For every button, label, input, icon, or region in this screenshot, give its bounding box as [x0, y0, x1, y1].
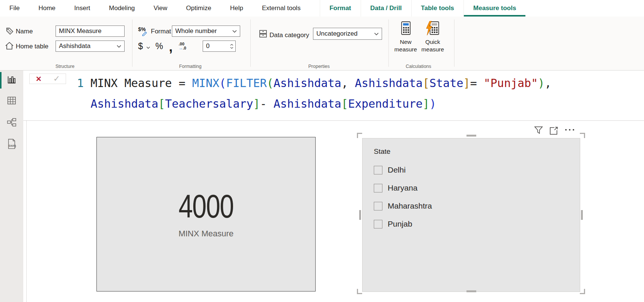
formula-actions: ✕ ✓ [29, 74, 66, 84]
menu-item-home[interactable]: Home [29, 0, 65, 17]
card-visual[interactable]: 4000 MINX Measure [96, 137, 316, 291]
resize-handle-top-center[interactable] [466, 135, 476, 137]
formula-bar: ✕ ✓ 1 MINX Measure = MINX(FILTER(Ashishd… [23, 71, 644, 121]
menu-bar: FileHomeInsertModelingViewOptimizeHelpEx… [0, 0, 644, 17]
code-token: - [260, 97, 274, 110]
group-label-properties: Properties [289, 64, 349, 69]
tab-table-tools[interactable]: Table tools [411, 0, 463, 17]
group-separator [250, 20, 251, 67]
dax-editor[interactable]: 1 MINX Measure = MINX(FILTER(Ashishdata,… [77, 73, 551, 114]
dot [569, 129, 570, 131]
code-token: Ashishdata [274, 97, 342, 110]
menu-item-external-tools[interactable]: External tools [253, 0, 310, 17]
slicer-visual[interactable]: State DelhiHaryanaMaharashtraPunjab [362, 138, 580, 292]
format-value: Whole number [175, 27, 217, 35]
spinner-up-icon[interactable] [230, 44, 233, 46]
slicer-header: State [374, 147, 580, 156]
code-token: ] [253, 97, 260, 110]
slicer-item-delhi[interactable]: Delhi [374, 161, 580, 179]
currency-format-button[interactable]: $ [138, 41, 143, 51]
resize-handle-top-left[interactable] [357, 133, 362, 138]
chevron-down-icon [374, 33, 379, 35]
data-view-icon [6, 95, 17, 106]
sidebar-item-dax-query-view[interactable]: DAX [6, 138, 18, 150]
resize-handle-middle-left[interactable] [359, 210, 361, 220]
cancel-formula-button[interactable]: ✕ [30, 74, 48, 84]
spinner-down-icon[interactable] [230, 47, 233, 49]
group-separator [454, 20, 454, 67]
code-token [77, 97, 90, 110]
ribbon: Name Home table Ashishdata Structure $% … [0, 17, 644, 71]
format-select[interactable]: Whole number [172, 26, 240, 37]
group-separator [132, 20, 132, 67]
menu-item-modeling[interactable]: Modeling [99, 0, 144, 17]
resize-handle-bottom-center[interactable] [466, 290, 476, 292]
pencil-icon [142, 30, 148, 36]
checkbox-punjab[interactable] [374, 220, 382, 228]
data-category-select[interactable]: Uncategorized [313, 28, 382, 40]
sidebar-item-data-view[interactable] [6, 95, 18, 107]
tab-measure-tools[interactable]: Measure tools [463, 0, 525, 17]
menu-item-insert[interactable]: Insert [65, 0, 100, 17]
slicer-item-haryana[interactable]: Haryana [374, 179, 580, 197]
quick-measure-button[interactable]: Quick measure [420, 21, 446, 66]
filter-icon-button[interactable] [534, 126, 543, 136]
formula-line-2: Ashishdata[Teachersalary]- Ashishdata[Ex… [77, 93, 551, 114]
data-category-value: Uncategorized [316, 30, 358, 38]
code-token: ( [219, 77, 226, 90]
more-options-button[interactable] [563, 129, 574, 131]
code-token: [ [423, 77, 429, 90]
decimals-arrow: → [179, 46, 183, 50]
code-token: [ [341, 97, 348, 110]
new-measure-button[interactable]: New measure [393, 21, 418, 66]
quick-measure-icon [426, 21, 440, 36]
menu-item-view[interactable]: View [144, 0, 177, 17]
code-token: Teachersalary [165, 97, 253, 110]
menu-item-help[interactable]: Help [221, 0, 253, 17]
code-token: Ashishdata [355, 77, 423, 90]
chevron-down-icon[interactable] [146, 47, 150, 49]
resize-handle-bottom-right[interactable] [580, 289, 585, 294]
data-category-label: Data category [269, 32, 309, 39]
slicer-item-maharashtra[interactable]: Maharashtra [374, 197, 580, 215]
slicer-item-label: Punjab [388, 219, 412, 228]
decimal-places-stepper[interactable]: 0 [203, 41, 236, 52]
slicer-items: DelhiHaryanaMaharashtraPunjab [374, 161, 580, 233]
tab-data-drill[interactable]: Data / Drill [361, 0, 411, 17]
formula-line-1: 1 MINX Measure = MINX(FILTER(Ashishdata,… [77, 73, 551, 93]
checkbox-delhi[interactable] [374, 166, 382, 174]
focus-mode-icon [549, 126, 558, 135]
decimal-places-icon[interactable]: .00 →.0 [179, 42, 186, 50]
tab-format[interactable]: Format [320, 0, 361, 17]
checkbox-maharashtra[interactable] [374, 202, 382, 210]
home-table-label: Home table [16, 43, 48, 50]
home-table-select[interactable]: Ashishdata [56, 41, 125, 52]
commit-formula-button[interactable]: ✓ [48, 74, 66, 84]
powerbi-window: FileHomeInsertModelingViewOptimizeHelpEx… [0, 0, 644, 302]
slicer-item-label: Maharashtra [388, 201, 432, 210]
resize-handle-top-right[interactable] [580, 133, 585, 138]
decimal-places-value: 0 [203, 42, 228, 50]
focus-mode-button[interactable] [549, 126, 558, 137]
resize-handle-bottom-left[interactable] [357, 289, 362, 294]
percent-format-button[interactable]: % [155, 41, 163, 51]
report-view-icon [6, 74, 17, 85]
contextual-tabs: FormatData / DrillTable toolsMeasure too… [320, 0, 526, 17]
name-label: Name [16, 28, 33, 35]
sidebar-item-report-view[interactable] [6, 74, 18, 86]
code-token: [ [158, 97, 165, 110]
slicer-item-punjab[interactable]: Punjab [374, 215, 580, 233]
svg-text:DAX: DAX [9, 144, 15, 147]
code-token: Ashishdata [274, 77, 342, 90]
code-token: Expenditure [348, 97, 423, 110]
sidebar-item-model-view[interactable] [6, 116, 18, 128]
menu-item-optimize[interactable]: Optimize [177, 0, 221, 17]
home-icon [5, 41, 14, 50]
card-label: MINX Measure [179, 229, 234, 239]
thousands-separator-button[interactable]: , [169, 45, 173, 49]
menu-item-file[interactable]: File [0, 0, 29, 17]
resize-handle-middle-right[interactable] [581, 210, 583, 220]
quick-measure-label: Quick measure [420, 38, 446, 53]
measure-name-input[interactable] [56, 26, 125, 37]
checkbox-haryana[interactable] [374, 184, 382, 192]
